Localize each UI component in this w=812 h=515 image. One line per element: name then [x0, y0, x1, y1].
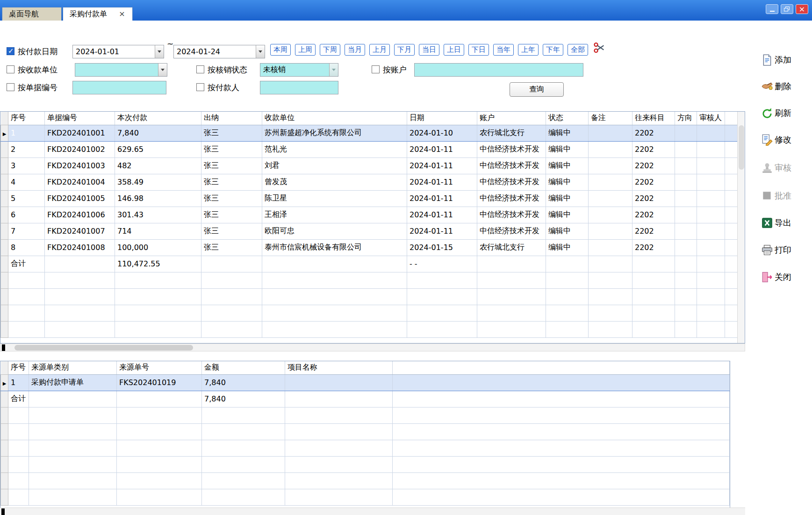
column-header[interactable]: 单据编号	[45, 112, 115, 125]
cell[interactable]	[117, 456, 202, 472]
cell[interactable]	[29, 407, 117, 423]
cell[interactable]	[546, 288, 589, 305]
column-header[interactable]: 账户	[477, 112, 546, 125]
cell[interactable]: FKD202401003	[45, 157, 115, 174]
cell[interactable]	[202, 440, 285, 456]
tab-desktop-navigation[interactable]: 桌面导航	[2, 7, 62, 21]
cell[interactable]: 农行城北支行	[477, 239, 546, 256]
cell[interactable]	[675, 288, 697, 305]
cell[interactable]	[675, 141, 697, 157]
cell[interactable]	[8, 456, 29, 472]
cell[interactable]	[675, 272, 697, 288]
cell[interactable]	[697, 256, 725, 272]
cell[interactable]: 苏州新盛超净化系统有限公司	[262, 125, 407, 141]
cell[interactable]: 2202	[632, 239, 675, 256]
cell[interactable]: 2202	[632, 207, 675, 223]
cell[interactable]: 2024-01-11	[407, 141, 477, 157]
table-row[interactable]: 4FKD202401004358.49张三曾发茂2024-01-11中信经济技术…	[1, 174, 738, 190]
add-button[interactable]: 添加	[761, 51, 791, 68]
horizontal-scrollbar[interactable]	[0, 343, 745, 351]
cell[interactable]: 中信经济技术开发	[477, 223, 546, 239]
cell[interactable]	[589, 223, 632, 239]
cell[interactable]	[477, 272, 546, 288]
cell[interactable]	[285, 374, 393, 391]
cell[interactable]	[589, 125, 632, 141]
cell[interactable]: 2202	[632, 125, 675, 141]
filter-by-writeoff-checkbox[interactable]	[196, 65, 204, 73]
cell[interactable]	[697, 223, 725, 239]
cell[interactable]	[117, 440, 202, 456]
cell[interactable]: 中信经济技术开发	[477, 141, 546, 157]
table-row[interactable]: 2FKD202401002629.65张三范礼光2024-01-11中信经济技术…	[1, 141, 738, 157]
cell[interactable]	[632, 272, 675, 288]
cell[interactable]	[201, 272, 262, 288]
cell[interactable]: 8	[8, 239, 45, 256]
cell[interactable]: FKD202401008	[45, 239, 115, 256]
cell[interactable]	[589, 141, 632, 157]
cell[interactable]: FKD202401002	[45, 141, 115, 157]
total-row[interactable]: 合计7,840	[1, 391, 730, 407]
cell[interactable]: 中信经济技术开发	[477, 157, 546, 174]
cell[interactable]	[675, 174, 697, 190]
cell[interactable]	[117, 407, 202, 423]
cell[interactable]	[589, 190, 632, 207]
cell[interactable]	[201, 288, 262, 305]
cell[interactable]	[262, 288, 407, 305]
cell[interactable]	[589, 207, 632, 223]
cell[interactable]: 3	[8, 157, 45, 174]
chevron-down-icon[interactable]	[158, 64, 167, 76]
table-row[interactable]: 8FKD202401008100,000张三泰州市信宸机械设备有限公司2024-…	[1, 239, 738, 256]
last-year-button[interactable]: 上年	[518, 44, 539, 56]
scissors-icon[interactable]	[593, 41, 606, 56]
filter-by-docno-checkbox[interactable]	[7, 83, 14, 91]
cell[interactable]	[697, 239, 725, 256]
cell[interactable]	[29, 472, 117, 489]
filter-by-payer-checkbox[interactable]	[196, 83, 204, 91]
cell[interactable]: 1	[8, 374, 29, 391]
cell[interactable]: FKD202401006	[45, 207, 115, 223]
print-button[interactable]: 打印	[761, 242, 791, 258]
filter-by-payee-checkbox[interactable]	[7, 65, 14, 73]
this-month-button[interactable]: 当月	[345, 44, 365, 56]
cell[interactable]	[589, 321, 632, 337]
cell[interactable]	[697, 321, 725, 337]
cell[interactable]: 中信经济技术开发	[477, 174, 546, 190]
cell[interactable]	[8, 407, 29, 423]
cell[interactable]: 2024-01-11	[407, 157, 477, 174]
cell[interactable]	[202, 489, 285, 505]
cell[interactable]	[201, 305, 262, 321]
cell[interactable]: FKD202401005	[45, 190, 115, 207]
export-button[interactable]: 导出	[761, 215, 791, 231]
cell[interactable]	[697, 272, 725, 288]
cell[interactable]	[675, 190, 697, 207]
cell[interactable]	[632, 305, 675, 321]
cell[interactable]	[29, 456, 117, 472]
cell[interactable]	[697, 207, 725, 223]
cell[interactable]: 6	[8, 207, 45, 223]
cell[interactable]	[697, 288, 725, 305]
cell[interactable]	[675, 207, 697, 223]
cell[interactable]	[407, 321, 477, 337]
cell[interactable]	[477, 321, 546, 337]
cell[interactable]	[589, 272, 632, 288]
cell[interactable]	[8, 305, 45, 321]
cell[interactable]: 7,840	[202, 374, 285, 391]
column-header[interactable]: 往来科目	[632, 112, 675, 125]
cell[interactable]: 编辑中	[546, 141, 589, 157]
cell[interactable]	[8, 472, 29, 489]
cell[interactable]: 刘君	[262, 157, 407, 174]
cell[interactable]	[675, 157, 697, 174]
column-header[interactable]: 状态	[546, 112, 589, 125]
cell[interactable]	[589, 174, 632, 190]
cell[interactable]	[697, 174, 725, 190]
cell[interactable]: 301.43	[115, 207, 201, 223]
cell[interactable]	[29, 489, 117, 505]
cell[interactable]	[632, 321, 675, 337]
cell[interactable]: 采购付款申请单	[29, 374, 117, 391]
cell[interactable]	[675, 256, 697, 272]
cell[interactable]	[285, 456, 393, 472]
cell[interactable]: 编辑中	[546, 157, 589, 174]
cell[interactable]	[285, 489, 393, 505]
cell[interactable]	[29, 391, 117, 407]
cell[interactable]	[407, 288, 477, 305]
